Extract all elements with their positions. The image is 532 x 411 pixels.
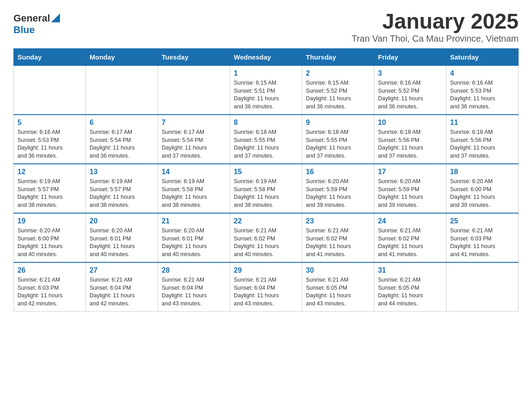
day-number: 6 bbox=[90, 119, 154, 127]
day-info: Sunrise: 6:15 AMSunset: 5:52 PMDaylight:… bbox=[306, 79, 370, 111]
calendar-day-cell: 18Sunrise: 6:20 AMSunset: 6:00 PMDayligh… bbox=[446, 164, 519, 213]
calendar-day-header: Saturday bbox=[446, 49, 519, 66]
calendar-day-cell: 7Sunrise: 6:17 AMSunset: 5:54 PMDaylight… bbox=[158, 115, 230, 164]
day-number: 2 bbox=[306, 69, 370, 77]
day-info: Sunrise: 6:20 AMSunset: 5:59 PMDaylight:… bbox=[306, 178, 370, 209]
day-info: Sunrise: 6:18 AMSunset: 5:56 PMDaylight:… bbox=[378, 128, 442, 160]
day-number: 28 bbox=[162, 266, 226, 274]
calendar-day-cell: 8Sunrise: 6:18 AMSunset: 5:55 PMDaylight… bbox=[230, 115, 302, 164]
calendar-day-cell: 24Sunrise: 6:21 AMSunset: 6:02 PMDayligh… bbox=[374, 213, 446, 262]
page-title: January 2025 bbox=[352, 9, 519, 34]
day-info: Sunrise: 6:21 AMSunset: 6:05 PMDaylight:… bbox=[378, 276, 442, 308]
calendar-day-cell bbox=[86, 66, 158, 115]
calendar-day-cell bbox=[158, 66, 230, 115]
calendar-day-cell: 25Sunrise: 6:21 AMSunset: 6:03 PMDayligh… bbox=[446, 213, 519, 262]
calendar-day-cell: 20Sunrise: 6:20 AMSunset: 6:01 PMDayligh… bbox=[86, 213, 158, 262]
day-number: 16 bbox=[306, 168, 370, 176]
calendar-day-header: Wednesday bbox=[230, 49, 302, 66]
day-number: 19 bbox=[17, 217, 82, 225]
calendar-day-cell: 30Sunrise: 6:21 AMSunset: 6:05 PMDayligh… bbox=[302, 262, 374, 312]
day-info: Sunrise: 6:21 AMSunset: 6:04 PMDaylight:… bbox=[234, 276, 298, 308]
calendar-day-cell: 6Sunrise: 6:17 AMSunset: 5:54 PMDaylight… bbox=[86, 115, 158, 164]
calendar-week-row: 1Sunrise: 6:15 AMSunset: 5:51 PMDaylight… bbox=[14, 66, 519, 115]
calendar-week-row: 12Sunrise: 6:19 AMSunset: 5:57 PMDayligh… bbox=[14, 164, 519, 213]
day-number: 14 bbox=[162, 168, 226, 176]
calendar-day-cell: 14Sunrise: 6:19 AMSunset: 5:58 PMDayligh… bbox=[158, 164, 230, 213]
day-number: 10 bbox=[378, 119, 442, 127]
calendar-day-cell: 22Sunrise: 6:21 AMSunset: 6:02 PMDayligh… bbox=[230, 213, 302, 262]
calendar-day-cell: 23Sunrise: 6:21 AMSunset: 6:02 PMDayligh… bbox=[302, 213, 374, 262]
calendar-day-cell: 10Sunrise: 6:18 AMSunset: 5:56 PMDayligh… bbox=[374, 115, 446, 164]
day-number: 9 bbox=[306, 119, 370, 127]
day-number: 1 bbox=[234, 69, 298, 77]
day-info: Sunrise: 6:21 AMSunset: 6:02 PMDaylight:… bbox=[234, 227, 298, 258]
calendar-day-cell: 31Sunrise: 6:21 AMSunset: 6:05 PMDayligh… bbox=[374, 262, 446, 312]
day-info: Sunrise: 6:17 AMSunset: 5:54 PMDaylight:… bbox=[162, 128, 226, 160]
calendar-day-cell bbox=[14, 66, 86, 115]
calendar-day-cell: 21Sunrise: 6:20 AMSunset: 6:01 PMDayligh… bbox=[158, 213, 230, 262]
calendar-day-cell: 5Sunrise: 6:16 AMSunset: 5:53 PMDaylight… bbox=[14, 115, 86, 164]
day-number: 24 bbox=[378, 217, 442, 225]
day-number: 12 bbox=[17, 168, 82, 176]
calendar-day-cell: 15Sunrise: 6:19 AMSunset: 5:58 PMDayligh… bbox=[230, 164, 302, 213]
day-number: 15 bbox=[234, 168, 298, 176]
calendar-day-cell: 16Sunrise: 6:20 AMSunset: 5:59 PMDayligh… bbox=[302, 164, 374, 213]
calendar-day-cell: 2Sunrise: 6:15 AMSunset: 5:52 PMDaylight… bbox=[302, 66, 374, 115]
day-info: Sunrise: 6:19 AMSunset: 5:58 PMDaylight:… bbox=[162, 178, 226, 209]
logo-general: General bbox=[13, 13, 50, 24]
calendar-day-cell: 1Sunrise: 6:15 AMSunset: 5:51 PMDaylight… bbox=[230, 66, 302, 115]
day-info: Sunrise: 6:16 AMSunset: 5:53 PMDaylight:… bbox=[17, 128, 82, 160]
day-info: Sunrise: 6:21 AMSunset: 6:02 PMDaylight:… bbox=[378, 227, 442, 258]
calendar-day-header: Friday bbox=[374, 49, 446, 66]
day-number: 22 bbox=[234, 217, 298, 225]
day-info: Sunrise: 6:21 AMSunset: 6:03 PMDaylight:… bbox=[450, 227, 515, 258]
day-info: Sunrise: 6:21 AMSunset: 6:02 PMDaylight:… bbox=[306, 227, 370, 258]
logo: General Blue bbox=[13, 13, 60, 36]
logo-blue: Blue bbox=[13, 24, 35, 36]
calendar-day-cell bbox=[446, 262, 519, 312]
day-number: 4 bbox=[450, 69, 515, 77]
calendar-week-row: 19Sunrise: 6:20 AMSunset: 6:00 PMDayligh… bbox=[14, 213, 519, 262]
day-number: 20 bbox=[90, 217, 154, 225]
day-info: Sunrise: 6:21 AMSunset: 6:04 PMDaylight:… bbox=[162, 276, 226, 308]
title-block: January 2025 Tran Van Thoi, Ca Mau Provi… bbox=[352, 9, 519, 44]
day-number: 27 bbox=[90, 266, 154, 274]
day-number: 23 bbox=[306, 217, 370, 225]
day-info: Sunrise: 6:16 AMSunset: 5:53 PMDaylight:… bbox=[450, 79, 515, 111]
day-number: 11 bbox=[450, 119, 515, 127]
calendar-day-cell: 19Sunrise: 6:20 AMSunset: 6:00 PMDayligh… bbox=[14, 213, 86, 262]
page-subtitle: Tran Van Thoi, Ca Mau Province, Vietnam bbox=[352, 34, 519, 44]
day-number: 25 bbox=[450, 217, 515, 225]
day-info: Sunrise: 6:20 AMSunset: 6:00 PMDaylight:… bbox=[450, 178, 515, 209]
calendar-week-row: 26Sunrise: 6:21 AMSunset: 6:03 PMDayligh… bbox=[14, 262, 519, 312]
day-info: Sunrise: 6:18 AMSunset: 5:55 PMDaylight:… bbox=[306, 128, 370, 160]
day-number: 3 bbox=[378, 69, 442, 77]
calendar-day-cell: 26Sunrise: 6:21 AMSunset: 6:03 PMDayligh… bbox=[14, 262, 86, 312]
calendar-day-cell: 3Sunrise: 6:16 AMSunset: 5:52 PMDaylight… bbox=[374, 66, 446, 115]
day-info: Sunrise: 6:18 AMSunset: 5:55 PMDaylight:… bbox=[234, 128, 298, 160]
day-number: 8 bbox=[234, 119, 298, 127]
day-number: 13 bbox=[90, 168, 154, 176]
day-info: Sunrise: 6:15 AMSunset: 5:51 PMDaylight:… bbox=[234, 79, 298, 111]
calendar-day-cell: 27Sunrise: 6:21 AMSunset: 6:04 PMDayligh… bbox=[86, 262, 158, 312]
logo-triangle-icon bbox=[51, 13, 60, 22]
day-info: Sunrise: 6:19 AMSunset: 5:57 PMDaylight:… bbox=[90, 178, 154, 209]
calendar-day-header: Thursday bbox=[302, 49, 374, 66]
day-info: Sunrise: 6:21 AMSunset: 6:03 PMDaylight:… bbox=[17, 276, 82, 308]
day-info: Sunrise: 6:20 AMSunset: 5:59 PMDaylight:… bbox=[378, 178, 442, 209]
day-number: 30 bbox=[306, 266, 370, 274]
day-info: Sunrise: 6:19 AMSunset: 5:57 PMDaylight:… bbox=[17, 178, 82, 209]
calendar-day-cell: 4Sunrise: 6:16 AMSunset: 5:53 PMDaylight… bbox=[446, 66, 519, 115]
day-number: 29 bbox=[234, 266, 298, 274]
day-number: 7 bbox=[162, 119, 226, 127]
day-number: 5 bbox=[17, 119, 82, 127]
calendar-day-cell: 17Sunrise: 6:20 AMSunset: 5:59 PMDayligh… bbox=[374, 164, 446, 213]
day-info: Sunrise: 6:16 AMSunset: 5:52 PMDaylight:… bbox=[378, 79, 442, 111]
calendar-day-cell: 9Sunrise: 6:18 AMSunset: 5:55 PMDaylight… bbox=[302, 115, 374, 164]
day-number: 26 bbox=[17, 266, 82, 274]
day-info: Sunrise: 6:17 AMSunset: 5:54 PMDaylight:… bbox=[90, 128, 154, 160]
calendar-day-cell: 28Sunrise: 6:21 AMSunset: 6:04 PMDayligh… bbox=[158, 262, 230, 312]
day-info: Sunrise: 6:20 AMSunset: 6:01 PMDaylight:… bbox=[162, 227, 226, 258]
calendar-week-row: 5Sunrise: 6:16 AMSunset: 5:53 PMDaylight… bbox=[14, 115, 519, 164]
page-header: General Blue January 2025 Tran Van Thoi,… bbox=[13, 9, 519, 44]
